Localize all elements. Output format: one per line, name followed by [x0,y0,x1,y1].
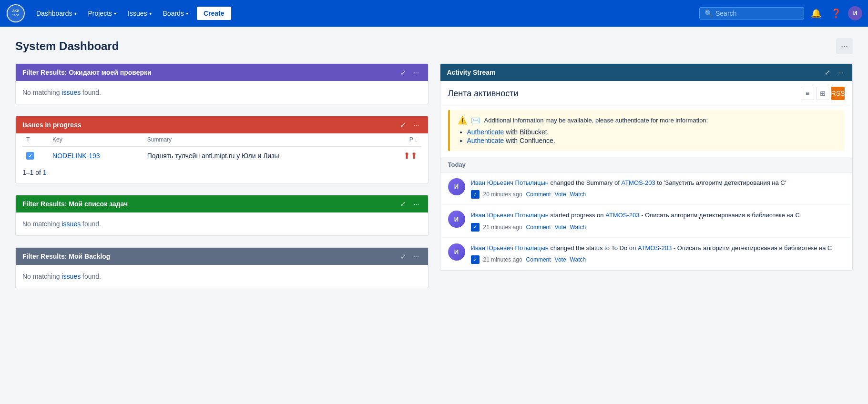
sort-icon: ↓ [415,137,418,142]
page-title: System Dashboard [15,40,119,53]
page-menu-button[interactable]: ··· [836,38,853,54]
right-column: Activity Stream ⤢ ··· Лента активности ≡… [440,63,853,288]
filter-backlog-gadget: Filter Results: Мой Backlog ⤢ ··· No mat… [15,247,429,288]
page-title-row: System Dashboard ··· [15,38,853,54]
filter2-menu[interactable]: ··· [412,199,421,209]
avatar[interactable]: И [848,6,862,20]
filter3-menu[interactable]: ··· [412,252,421,261]
inprogress-expand[interactable]: ⤢ [398,120,408,130]
filter3-expand[interactable]: ⤢ [398,252,408,261]
table-row: ✓ NODELINK-193 Поднять тулчейн antl.mipt… [22,146,421,165]
notifications-button[interactable]: 🔔 [808,5,824,21]
activity-expand[interactable]: ⤢ [823,68,832,77]
warning-icon: ⚠️ [458,116,467,125]
dashboards-nav[interactable]: Dashboards ▾ [31,7,82,20]
issue-key-link[interactable]: NODELINK-193 [52,152,100,160]
projects-caret: ▾ [114,11,116,16]
boards-nav[interactable]: Boards ▾ [158,7,193,20]
avatar-2: И [448,211,465,228]
filter3-no-match: No matching issues found. [22,273,421,280]
issues-in-progress-header: Issues in progress ⤢ ··· [16,116,428,133]
pagination: 1–1 of 1 [22,165,421,176]
activity-user-link-3[interactable]: Иван Юрьевич Потылицын [471,244,549,252]
inprogress-menu[interactable]: ··· [412,120,421,130]
warn-list: Authenticate with Bitbucket. Authenticat… [467,128,837,144]
filter3-body: No matching issues found. [16,265,428,288]
filter1-no-match: No matching issues found. [22,89,421,96]
vote-link-2[interactable]: Vote [555,224,566,231]
issues-caret: ▾ [149,11,152,16]
issue-summary-link[interactable]: Поднять тулчейн antl.mipt.ru у Юли и Лиз… [147,152,279,160]
activity-content-2: Иван Юрьевич Потылицын started progress … [471,211,845,232]
activity-header-actions: ⤢ ··· [823,68,846,77]
help-button[interactable]: ❓ [828,5,844,21]
search-input[interactable] [715,10,799,17]
activity-view-buttons: ≡ ⊞ RSS [801,87,845,100]
filter-tasks-header: Filter Results: Мой список задач ⤢ ··· [16,195,428,212]
comment-link-2[interactable]: Comment [526,224,551,231]
issue-type-cell: ✓ [22,146,49,165]
activity-item: И Иван Юрьевич Потылицын changed the sta… [440,238,853,271]
activity-text-3: Иван Юрьевич Потылицын changed the statu… [471,243,845,253]
list-view-button[interactable]: ≡ [801,87,814,100]
issue-key-cell: NODELINK-193 [49,146,143,165]
left-column: Filter Results: Ожидают моей проверки ⤢ … [15,63,429,288]
activity-issue-link-3[interactable]: ATMOS-203 [638,244,672,252]
activity-menu[interactable]: ··· [836,68,846,77]
issues-nav[interactable]: Issues ▾ [123,7,156,20]
filter1-body: No matching issues found. [16,81,428,104]
filter2-actions: ⤢ ··· [398,199,421,209]
issues-table: T Key Summary P ↓ [22,133,421,165]
projects-nav[interactable]: Projects ▾ [83,7,122,20]
boards-caret: ▾ [186,11,188,16]
list-item: Authenticate with Confluence. [467,137,837,144]
activity-gadget: Activity Stream ⤢ ··· Лента активности ≡… [440,63,853,271]
filter2-issues-link[interactable]: issues [61,220,81,228]
inprogress-body: T Key Summary P ↓ [16,133,428,183]
auth-warning: ⚠️ ✉️ Additional information may be avai… [448,110,845,151]
activity-text-1: Иван Юрьевич Потылицын changed the Summa… [471,178,845,188]
topnav-right: 🔍 🔔 ❓ И [699,5,862,21]
filter-review-gadget: Filter Results: Ожидают моей проверки ⤢ … [15,63,429,104]
activity-issue-link-2[interactable]: ATMOS-203 [605,212,639,219]
search-bar[interactable]: 🔍 [699,7,804,20]
filter1-issues-link[interactable]: issues [61,89,81,96]
activity-user-link[interactable]: Иван Юрьевич Потылицын [471,179,549,186]
activity-header: Activity Stream ⤢ ··· [440,64,853,81]
issue-priority-cell: ⬆⬆ [383,146,421,165]
topnav: АКИ 19/51 Dashboards ▾ Projects ▾ Issues… [0,0,868,27]
activity-meta-1: ✓ 20 minutes ago Comment Vote Watch [471,190,845,199]
auth-bitbucket-link[interactable]: Authenticate [467,128,504,136]
filter1-menu[interactable]: ··· [412,68,421,77]
watch-link-1[interactable]: Watch [570,191,586,198]
avatar-3: И [448,243,465,261]
email-icon: ✉️ [471,116,480,125]
pagination-link[interactable]: 1 [43,169,47,176]
help-icon: ❓ [831,8,841,19]
compact-view-button[interactable]: ⊞ [816,87,829,100]
auth-confluence-link[interactable]: Authenticate [467,137,504,144]
dashboards-caret: ▾ [74,11,77,16]
activity-item: И Иван Юрьевич Потылицын started progres… [440,205,853,238]
comment-link-1[interactable]: Comment [526,191,551,198]
inprogress-actions: ⤢ ··· [398,120,421,130]
activity-stream-title-row: Лента активности ≡ ⊞ RSS [440,81,853,104]
filter2-expand[interactable]: ⤢ [398,199,408,209]
activity-text-2: Иван Юрьевич Потылицын started progress … [471,211,845,220]
vote-link-1[interactable]: Vote [555,191,566,198]
activity-meta-2: ✓ 21 minutes ago Comment Vote Watch [471,223,845,232]
create-button[interactable]: Create [197,7,231,20]
activity-issue-link[interactable]: ATMOS-203 [621,179,655,186]
filter3-issues-link[interactable]: issues [61,273,81,280]
logo[interactable]: АКИ 19/51 [6,3,26,23]
filter1-expand[interactable]: ⤢ [398,68,408,77]
watch-link-2[interactable]: Watch [570,224,586,231]
vote-link-3[interactable]: Vote [555,256,566,263]
activity-content-3: Иван Юрьевич Потылицын changed the statu… [471,243,845,264]
comment-link-3[interactable]: Comment [526,256,551,263]
svg-point-0 [6,4,25,23]
activity-user-link-2[interactable]: Иван Юрьевич Потылицын [471,212,549,219]
activity-content-1: Иван Юрьевич Потылицын changed the Summa… [471,178,845,199]
watch-link-3[interactable]: Watch [570,256,586,263]
rss-button[interactable]: RSS [831,87,845,100]
